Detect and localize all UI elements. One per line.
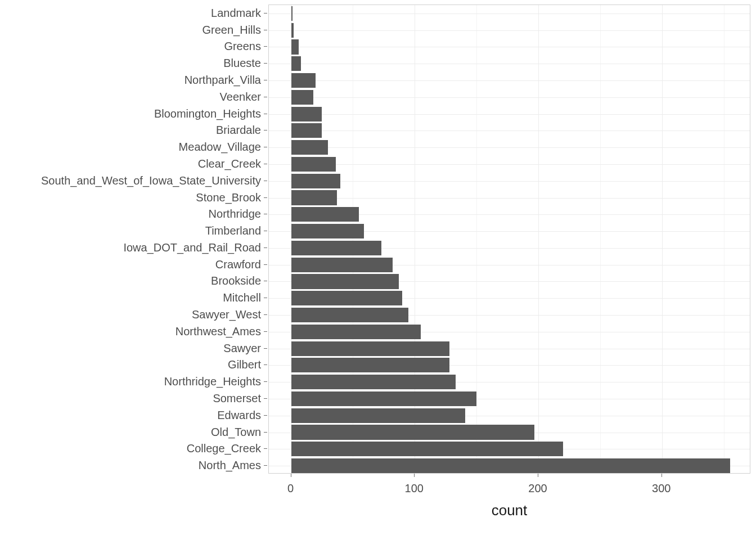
y-tick-label: Crawford	[215, 259, 261, 270]
chart-root: North_AmesCollege_CreekOld_TownEdwardsSo…	[0, 0, 756, 540]
y-tick-label: Brookside	[211, 275, 261, 286]
y-tick-mark	[264, 30, 267, 30]
y-tick-mark	[264, 46, 267, 47]
y-tick-mark	[264, 415, 267, 416]
y-tick-mark	[264, 80, 267, 80]
y-tick-mark	[264, 331, 267, 332]
bar	[291, 224, 364, 238]
y-tick-label: Northridge	[209, 208, 261, 219]
y-tick-label: Northwest_Ames	[176, 326, 261, 337]
x-tick-mark	[291, 474, 291, 477]
y-tick-label: Landmark	[211, 7, 261, 19]
y-tick-mark	[264, 465, 267, 466]
gridline-vertical	[538, 5, 539, 473]
y-tick-label: Northridge_Heights	[164, 376, 261, 387]
x-tick-mark	[414, 474, 415, 477]
bar	[291, 140, 328, 155]
bar	[291, 241, 381, 255]
y-tick-label: Bloomington_Heights	[154, 108, 261, 119]
gridline-vertical-minor	[600, 5, 601, 473]
bar	[291, 190, 337, 205]
y-tick-mark	[264, 63, 267, 64]
gridline-horizontal	[269, 198, 750, 199]
x-tick-label: 100	[405, 483, 424, 494]
y-tick-label: Green_Hills	[202, 24, 261, 35]
y-tick-mark	[264, 147, 267, 147]
bar	[291, 107, 322, 122]
y-tick-mark	[264, 114, 267, 114]
y-tick-label: Greens	[224, 40, 261, 52]
bar	[291, 23, 294, 38]
bar	[291, 308, 409, 322]
y-tick-mark	[264, 248, 267, 248]
x-tick-label: 300	[652, 483, 670, 494]
y-tick-label: Sawyer_West	[192, 309, 261, 320]
bar	[291, 73, 316, 88]
bar	[291, 442, 563, 456]
plot-panel	[268, 4, 750, 474]
bar	[291, 408, 466, 423]
y-tick-mark	[264, 448, 267, 449]
gridline-horizontal	[269, 114, 750, 115]
gridline-horizontal	[269, 147, 750, 148]
y-tick-mark	[264, 181, 267, 181]
y-tick-mark	[264, 231, 267, 231]
gridline-horizontal	[269, 164, 750, 165]
y-tick-label: Somerset	[213, 393, 261, 404]
y-tick-mark	[264, 164, 267, 164]
y-tick-mark	[264, 130, 267, 130]
bar	[291, 274, 399, 289]
y-tick-label: South_and_West_of_Iowa_State_University	[41, 175, 261, 186]
bar	[291, 174, 341, 188]
y-tick-label: Gilbert	[228, 359, 261, 370]
gridline-horizontal	[269, 64, 750, 64]
y-tick-mark	[264, 314, 267, 315]
y-tick-label: Old_Town	[211, 426, 261, 438]
y-tick-label: Edwards	[217, 410, 261, 421]
y-tick-mark	[264, 97, 267, 97]
y-tick-mark	[264, 281, 267, 281]
gridline-horizontal	[269, 130, 750, 131]
gridline-horizontal	[269, 30, 750, 31]
bar	[291, 56, 302, 71]
y-tick-label: North_Ames	[199, 460, 261, 471]
bar	[291, 375, 456, 389]
y-tick-label: Blueste	[223, 57, 261, 69]
y-tick-label: Clear_Creek	[198, 158, 261, 169]
y-tick-mark	[264, 364, 267, 365]
y-tick-label: Sawyer	[223, 343, 261, 354]
bar	[291, 6, 292, 21]
bar	[291, 291, 403, 305]
y-tick-label: College_Creek	[187, 443, 261, 454]
y-tick-label: Briardale	[216, 124, 261, 136]
bar	[291, 425, 535, 439]
y-tick-label: Timberland	[205, 225, 261, 236]
x-tick-mark	[662, 474, 662, 477]
x-tick-label: 0	[287, 483, 294, 494]
y-tick-label: Meadow_Village	[179, 141, 261, 152]
bar	[291, 392, 477, 406]
y-tick-mark	[264, 298, 267, 298]
gridline-horizontal	[269, 181, 750, 182]
gridline-horizontal	[269, 80, 750, 81]
y-tick-mark	[264, 214, 267, 214]
y-tick-label: Mitchell	[223, 292, 261, 303]
y-tick-label: Stone_Brook	[196, 192, 261, 203]
x-axis-title: count	[492, 502, 528, 519]
y-tick-label: Veenker	[220, 91, 261, 102]
bar	[291, 157, 336, 172]
gridline-horizontal	[269, 47, 750, 47]
y-tick-mark	[264, 348, 267, 349]
y-tick-mark	[264, 398, 267, 399]
bar	[291, 90, 314, 105]
y-tick-mark	[264, 264, 267, 265]
y-tick-label: Northpark_Villa	[184, 74, 261, 86]
bar	[291, 39, 299, 54]
gridline-horizontal	[269, 14, 750, 14]
y-tick-label: Iowa_DOT_and_Rail_Road	[123, 242, 261, 253]
bar	[291, 123, 322, 138]
y-tick-mark	[264, 381, 267, 382]
x-tick-label: 200	[528, 483, 547, 494]
gridline-vertical-minor	[476, 5, 477, 473]
bar	[291, 458, 730, 473]
